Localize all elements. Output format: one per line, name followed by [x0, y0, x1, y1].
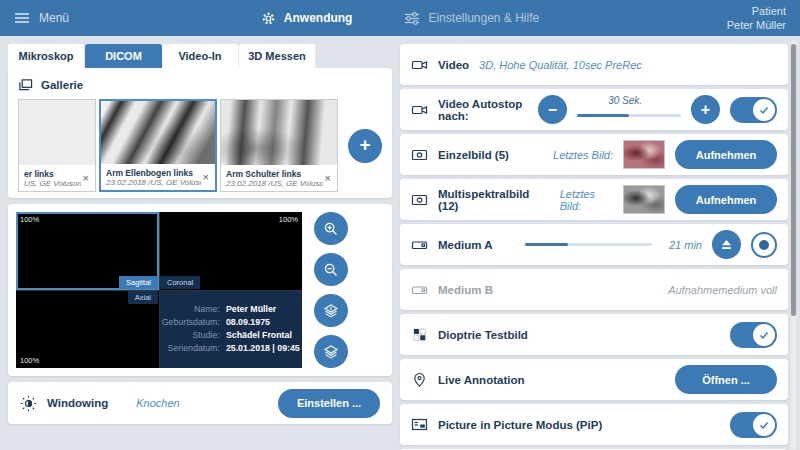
multispektral-label: Multispektralbild (12) — [438, 188, 550, 212]
tab-video-in[interactable]: Video-In — [162, 44, 239, 68]
open-annotation-button[interactable]: Öffnen ... — [675, 365, 777, 394]
nav-einstellungen[interactable]: Einstellungen & Hilfe — [404, 11, 539, 25]
tab-label: Mikroskop — [18, 50, 73, 62]
thumbnail-title: er links — [24, 169, 81, 179]
medium-a-radio[interactable] — [751, 232, 777, 258]
close-icon[interactable]: × — [323, 172, 333, 184]
dicom-viewer[interactable]: 100% 100% 100% Name: Peter Müller Geburt… — [16, 212, 302, 368]
letztes-bild-label: Letztes Bild: — [560, 188, 613, 212]
photos-icon — [18, 78, 33, 92]
thumbnail-subtitle: 23.02.2018 /US, GE Voluson — [106, 178, 201, 187]
thumbnail-meta: Arm Schulter links 23.02.2018 /US, GE Vo… — [221, 165, 337, 191]
settings-panel: Video 3D, Hohe Qualität, 10sec PreRec Vi… — [400, 44, 788, 450]
menu-label: Menü — [39, 11, 69, 25]
thumbnail-subtitle: 23.02.2018 /US, GE Voluson — [226, 179, 323, 188]
layers-button[interactable] — [314, 335, 348, 368]
main-content: Mikroskop DICOM Video-In 3D Messen Galle… — [8, 44, 788, 450]
viewer-card: 100% 100% 100% Name: Peter Müller Geburt… — [8, 204, 392, 376]
tab-dicom[interactable]: DICOM — [85, 44, 162, 68]
autostop-slider[interactable]: 30 Sek. — [577, 95, 681, 124]
viewer-toolbar — [314, 212, 348, 368]
zoom-in-button[interactable] — [314, 212, 348, 245]
einzelbild-label: Einzelbild (5) — [438, 149, 509, 161]
decrease-button[interactable]: − — [538, 95, 567, 124]
toggle-knob — [753, 99, 775, 121]
zoom-level: 100% — [20, 356, 39, 365]
last-image-thumbnail[interactable] — [623, 185, 665, 214]
storage-medium-icon — [411, 237, 428, 253]
thumbnail-subtitle: US, GE Voluson — [24, 179, 81, 188]
settings-row-medium-a: Medium A 21 min — [400, 224, 788, 265]
autostop-toggle[interactable] — [730, 97, 777, 123]
gear-icon — [261, 11, 276, 26]
zoom-in-icon — [323, 221, 339, 237]
nav-einstellungen-label: Einstellungen & Hilfe — [428, 11, 539, 25]
zoom-out-icon — [323, 262, 339, 278]
layer-down-button[interactable] — [314, 294, 348, 327]
tab-label: 3D Messen — [248, 50, 305, 62]
close-icon[interactable]: × — [201, 171, 211, 183]
thumbnail-image — [221, 100, 337, 165]
slider-track — [577, 114, 681, 117]
check-icon — [758, 419, 770, 431]
gallery-item[interactable]: Arm Schulter links 23.02.2018 /US, GE Vo… — [220, 99, 338, 192]
check-icon — [758, 104, 770, 116]
settings-row-pip: Picture in Picture Modus (PiP) — [400, 404, 788, 445]
camera-icon — [411, 192, 428, 207]
dioptrie-label: Dioptrie Testbild — [438, 329, 528, 341]
windowing-card: Windowing Knochen Einstellen ... — [8, 382, 392, 424]
close-icon[interactable]: × — [81, 172, 91, 184]
thumbnail-image — [101, 101, 215, 164]
scrollbar-thumb[interactable] — [791, 44, 796, 316]
hamburger-icon — [14, 12, 30, 24]
increase-button[interactable]: + — [691, 95, 720, 124]
tag-coronal[interactable]: Coronal — [160, 276, 200, 289]
sliders-icon — [404, 12, 420, 25]
medium-a-remaining: 21 min — [669, 239, 702, 251]
toggle-knob — [753, 414, 775, 436]
nav-anwendung[interactable]: Anwendung — [261, 11, 353, 26]
menu-button[interactable]: Menü — [14, 11, 214, 25]
add-image-button[interactable]: + — [348, 129, 382, 163]
tag-axial[interactable]: Axial — [128, 291, 158, 304]
tag-sagittal[interactable]: Sagittal — [119, 276, 158, 289]
pip-label: Picture in Picture Modus (PiP) — [438, 419, 602, 431]
tabbar: Mikroskop DICOM Video-In 3D Messen — [8, 44, 392, 68]
tab-3d-messen[interactable]: 3D Messen — [239, 44, 316, 68]
brightness-icon — [20, 395, 37, 412]
dioptrie-toggle[interactable] — [730, 322, 777, 348]
capture-button[interactable]: Aufnehmen — [675, 185, 777, 214]
topbar-nav: Anwendung Einstellungen & Hilfe — [214, 11, 586, 26]
pip-icon — [411, 417, 428, 432]
gallery-card: Gallerie er links US, GE Voluson × — [8, 68, 392, 198]
gallery-item-selected[interactable]: Arm Ellenbogen links 23.02.2018 /US, GE … — [99, 99, 217, 192]
info-value: Peter Müller — [226, 304, 300, 315]
pip-toggle[interactable] — [730, 412, 777, 438]
thumbnail-meta: er links US, GE Voluson × — [19, 165, 95, 191]
progress-fill — [525, 243, 568, 246]
thumbnail-text: Arm Ellenbogen links 23.02.2018 /US, GE … — [106, 168, 201, 187]
zoom-out-button[interactable] — [314, 253, 348, 286]
tab-mikroskop[interactable]: Mikroskop — [8, 44, 85, 68]
settings-row-dioptrie: Dioptrie Testbild — [400, 314, 788, 355]
left-panel: Mikroskop DICOM Video-In 3D Messen Galle… — [8, 44, 392, 450]
last-image-thumbnail[interactable] — [623, 140, 665, 169]
gallery-item[interactable]: er links US, GE Voluson × — [18, 99, 96, 192]
settings-row-autostop: Video Autostop nach: − 30 Sek. + — [400, 89, 788, 130]
plus-icon: + — [701, 101, 710, 119]
windowing-settings-button[interactable]: Einstellen ... — [278, 389, 380, 418]
eject-button[interactable] — [712, 230, 741, 259]
capture-button[interactable]: Aufnehmen — [675, 140, 777, 169]
settings-row-einzelbild: Einzelbild (5) Letztes Bild: Aufnehmen — [400, 134, 788, 175]
video-label: Video — [438, 59, 469, 71]
patient-block: Patient Peter Müller — [586, 4, 786, 33]
medium-a-label: Medium A — [438, 239, 493, 251]
video-camera-icon — [411, 57, 428, 73]
scrollbar[interactable] — [791, 40, 796, 450]
testpattern-icon — [411, 327, 428, 342]
check-icon — [758, 329, 770, 341]
tab-label: Video-In — [178, 50, 221, 62]
video-value: 3D, Hohe Qualität, 10sec PreRec — [479, 59, 642, 71]
settings-row-multispektral: Multispektralbild (12) Letztes Bild: Auf… — [400, 179, 788, 220]
info-label: Name: — [162, 304, 220, 315]
